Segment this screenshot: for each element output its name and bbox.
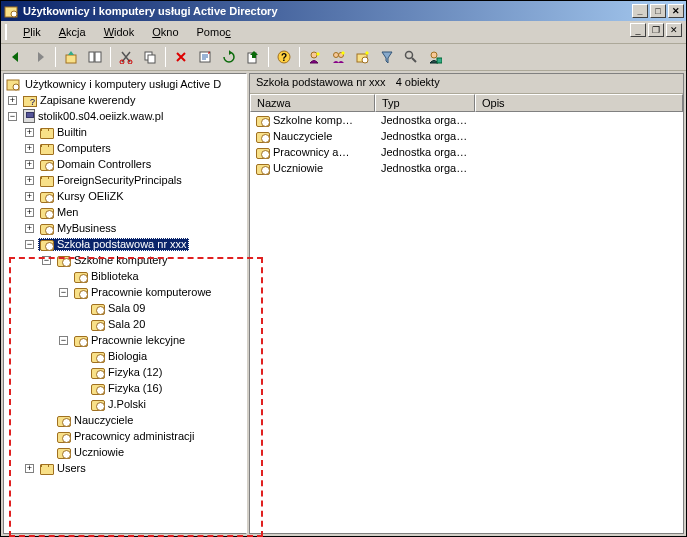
tree-jpolski[interactable]: J.Polski xyxy=(4,396,246,412)
ou-icon xyxy=(91,320,105,331)
ou-icon xyxy=(256,116,270,127)
up-button[interactable] xyxy=(60,46,82,68)
tree-biblioteka[interactable]: Biblioteka xyxy=(4,268,246,284)
col-type[interactable]: Typ xyxy=(375,94,475,112)
ou-icon xyxy=(40,160,54,171)
tree-fizyka12[interactable]: Fizyka (12) xyxy=(4,364,246,380)
svg-point-18 xyxy=(406,52,413,59)
titlebar[interactable]: Użytkownicy i komputery usługi Active Di… xyxy=(1,1,686,21)
tree-builtin[interactable]: + Builtin xyxy=(4,124,246,140)
forward-button[interactable] xyxy=(29,46,51,68)
tree-sala09[interactable]: Sala 09 xyxy=(4,300,246,316)
back-button[interactable] xyxy=(5,46,27,68)
tree-mybusiness[interactable]: + MyBusiness xyxy=(4,220,246,236)
tree-uczniowie[interactable]: Uczniowie xyxy=(4,444,246,460)
tree-saved-queries[interactable]: + Zapisane kwerendy xyxy=(4,92,246,108)
show-hide-button[interactable] xyxy=(84,46,106,68)
ou-icon xyxy=(57,448,71,459)
close-button[interactable]: ✕ xyxy=(668,4,684,18)
tree-kursy[interactable]: + Kursy OEIiZK xyxy=(4,188,246,204)
svg-point-22 xyxy=(13,84,19,90)
expander-icon[interactable]: + xyxy=(25,176,34,185)
app-icon xyxy=(3,3,19,19)
tree-fizyka16[interactable]: Fizyka (16) xyxy=(4,380,246,396)
expander-icon[interactable]: + xyxy=(25,224,34,233)
maximize-button[interactable]: □ xyxy=(650,4,666,18)
list-item[interactable]: Nauczyciele Jednostka orga… xyxy=(250,128,683,144)
menubar-handle[interactable] xyxy=(5,24,11,40)
expander-icon[interactable]: − xyxy=(8,112,17,121)
tree-biologia[interactable]: Biologia xyxy=(4,348,246,364)
tree-nauczyciele[interactable]: Nauczyciele xyxy=(4,412,246,428)
menu-window[interactable]: Okno xyxy=(144,24,186,40)
new-ou-button[interactable] xyxy=(352,46,374,68)
ou-icon xyxy=(256,132,270,143)
tree-computers[interactable]: + Computers xyxy=(4,140,246,156)
list-pane: Szkoła podstawowa nr xxx 4 obiekty Nazwa… xyxy=(249,73,684,534)
list-body[interactable]: Szkolne komp… Jednostka orga… Nauczyciel… xyxy=(250,112,683,533)
export-button[interactable] xyxy=(242,46,264,68)
tree-pracownie-komputerowe[interactable]: − Pracownie komputerowe xyxy=(4,284,246,300)
col-name[interactable]: Nazwa xyxy=(250,94,375,112)
tree-pracownicy-admin[interactable]: Pracownicy administracji xyxy=(4,428,246,444)
help-button[interactable]: ? xyxy=(273,46,295,68)
expander-icon[interactable]: + xyxy=(25,128,34,137)
new-user-button[interactable] xyxy=(304,46,326,68)
status-bar: Szkoła podstawowa nr xxx 4 obiekty xyxy=(250,74,683,94)
ou-icon xyxy=(91,384,105,395)
svg-point-17 xyxy=(362,57,368,63)
svg-rect-8 xyxy=(148,55,155,63)
tree-fsp[interactable]: + ForeignSecurityPrincipals xyxy=(4,172,246,188)
tree-szkola[interactable]: − Szkoła podstawowa nr xxx xyxy=(4,236,246,252)
properties-button[interactable] xyxy=(194,46,216,68)
tree-users[interactable]: + Users xyxy=(4,460,246,476)
mdi-restore-button[interactable]: ❐ xyxy=(648,23,664,37)
mdi-close-button[interactable]: ✕ xyxy=(666,23,682,37)
expander-icon[interactable]: + xyxy=(8,96,17,105)
expander-icon[interactable]: + xyxy=(25,192,34,201)
col-desc[interactable]: Opis xyxy=(475,94,683,112)
query-folder-icon xyxy=(23,96,37,107)
menu-action[interactable]: Akcja xyxy=(51,24,94,40)
folder-icon xyxy=(40,464,54,475)
cut-button[interactable] xyxy=(115,46,137,68)
find-button[interactable] xyxy=(400,46,422,68)
tree-domain-controllers[interactable]: + Domain Controllers xyxy=(4,156,246,172)
expander-icon[interactable]: − xyxy=(42,256,51,265)
tree-pracownie-lekcyjne[interactable]: − Pracownie lekcyjne xyxy=(4,332,246,348)
expander-icon[interactable]: − xyxy=(59,288,68,297)
filter-button[interactable] xyxy=(376,46,398,68)
expander-icon[interactable]: + xyxy=(25,144,34,153)
refresh-button[interactable] xyxy=(218,46,240,68)
ou-icon xyxy=(40,240,54,251)
svg-rect-2 xyxy=(66,55,76,63)
ou-icon xyxy=(40,224,54,235)
list-item[interactable]: Szkolne komp… Jednostka orga… xyxy=(250,112,683,128)
expander-icon[interactable]: + xyxy=(25,208,34,217)
list-item[interactable]: Uczniowie Jednostka orga… xyxy=(250,160,683,176)
copy-button[interactable] xyxy=(139,46,161,68)
expander-icon[interactable]: + xyxy=(25,464,34,473)
ou-icon xyxy=(91,304,105,315)
toolbar: ? xyxy=(1,43,686,71)
expander-icon[interactable]: − xyxy=(25,240,34,249)
tree-root[interactable]: Użytkownicy i komputery usługi Active D xyxy=(4,76,246,92)
menu-view[interactable]: Widok xyxy=(96,24,143,40)
tree-sala20[interactable]: Sala 20 xyxy=(4,316,246,332)
mdi-minimize-button[interactable]: _ xyxy=(630,23,646,37)
menu-file[interactable]: Plik xyxy=(15,24,49,40)
tree-men[interactable]: + Men xyxy=(4,204,246,220)
expander-icon[interactable]: + xyxy=(25,160,34,169)
new-group-button[interactable] xyxy=(328,46,350,68)
tree-pane[interactable]: Użytkownicy i komputery usługi Active D … xyxy=(3,73,247,534)
add-user-batch-button[interactable] xyxy=(424,46,446,68)
tree-domain[interactable]: − stolik00.s04.oeiizk.waw.pl xyxy=(4,108,246,124)
svg-point-19 xyxy=(431,52,437,58)
menu-help[interactable]: Pomoc xyxy=(189,24,239,40)
list-item[interactable]: Pracownicy a… Jednostka orga… xyxy=(250,144,683,160)
delete-button[interactable] xyxy=(170,46,192,68)
minimize-button[interactable]: _ xyxy=(632,4,648,18)
svg-rect-4 xyxy=(95,52,101,62)
expander-icon[interactable]: − xyxy=(59,336,68,345)
tree-szkolne-komputery[interactable]: − Szkolne komputery xyxy=(4,252,246,268)
